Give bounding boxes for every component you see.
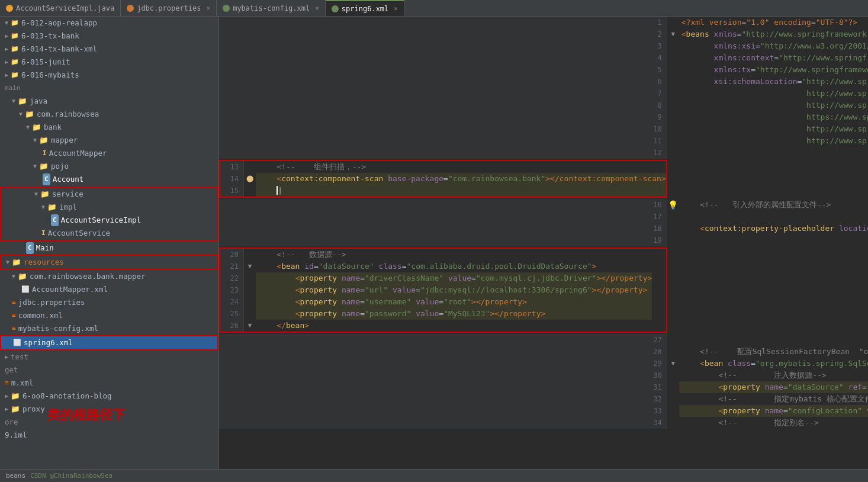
line-num-23: 23 xyxy=(220,284,244,296)
line-content-25: <property name="password" value="MySQL12… xyxy=(256,308,652,320)
sidebar-label: get xyxy=(5,364,18,376)
line-content-28: <!-- 配置SqlSessionFactoryBean "org.mybati… xyxy=(679,346,868,358)
line-num-12: 12 xyxy=(219,147,667,159)
tab-close-2[interactable]: ✕ xyxy=(315,4,319,12)
sidebar-item-account-class[interactable]: C Account xyxy=(0,173,218,186)
line-11: 11 http://www.springframework.org/schema… xyxy=(219,135,868,147)
line-content-24: <property name="username" value="root"><… xyxy=(256,296,652,308)
line-12: 12 xyxy=(219,147,868,159)
annotation-text: 类的根路径下 xyxy=(47,406,126,424)
sidebar-label: jdbc.properties xyxy=(18,297,85,309)
line-content-32: <!-- 指定mybatis 核心配置文件--> xyxy=(679,393,868,405)
folder-icon: 📁 xyxy=(11,17,19,29)
sidebar-label: 9.iml xyxy=(5,429,27,441)
arrow-icon: ▼ xyxy=(12,271,15,282)
gutter-8 xyxy=(667,99,679,111)
sidebar-item-main-class[interactable]: C Main xyxy=(0,242,218,255)
editor[interactable]: 1 <?xml version="1.0" encoding="UTF-8"?>… xyxy=(219,17,868,431)
gutter-7 xyxy=(667,88,679,99)
sidebar-item-accountservice[interactable]: I AccountService xyxy=(1,227,217,240)
line-num-30: 30 xyxy=(219,369,667,381)
arrow-icon: ▶ xyxy=(5,43,8,55)
sidebar-item-java[interactable]: ▼ 📁 java xyxy=(0,95,218,108)
tab-jdbc-properties[interactable]: jdbc.properties ✕ xyxy=(121,0,217,16)
sidebar-item-service[interactable]: ▼ 📁 service xyxy=(1,188,217,201)
gutter-22 xyxy=(244,272,256,284)
sidebar-item-6012[interactable]: ▼ 📁 6-012-aop-realapp xyxy=(0,17,218,30)
line-content-4: xmlns:context="http://www.springframewor… xyxy=(679,52,868,64)
line-content-10: http://www.springframework.org/schema/tx xyxy=(679,123,868,135)
sidebar-item-bank[interactable]: ▼ 📁 bank xyxy=(0,121,218,134)
line-num-24: 24 xyxy=(220,296,244,308)
main-layout: ▼ 📁 6-012-aop-realapp ▶ 📁 6-013-tx-bank … xyxy=(0,17,868,469)
sidebar-item-test[interactable]: ▶ test xyxy=(0,351,218,364)
tab-spring6[interactable]: spring6.xml ✕ xyxy=(326,0,404,16)
sidebar-item-spring6[interactable]: ⬜ spring6.xml xyxy=(0,335,218,351)
sidebar-section-main: main xyxy=(0,82,218,95)
line-num-16: 16 xyxy=(219,199,667,211)
sidebar-item-6016[interactable]: ▶ 📁 6-016-mybaits xyxy=(0,69,218,82)
xml-icon: ≡ xyxy=(5,377,9,389)
tab-close-3[interactable]: ✕ xyxy=(394,5,398,12)
sidebar-item-mxml[interactable]: ≡ m.xml xyxy=(0,377,218,390)
tab-mybatis-config[interactable]: mybatis-config.xml ✕ xyxy=(217,0,326,16)
line-num-26: 26 xyxy=(220,320,244,332)
sidebar-resources-wrapper: ▼ 📁 resources xyxy=(0,255,218,270)
sidebar-item-com-rainbowsea[interactable]: ▼ 📁 com.rainbowsea xyxy=(0,108,218,121)
sidebar-label: mapper xyxy=(51,134,78,146)
sidebar-item-common-xml[interactable]: ≡ common.xml xyxy=(0,309,218,322)
line-content-20: <!-- 数据源--> xyxy=(256,249,652,261)
line-content-31: <property name="dataSource" ref="dataSou… xyxy=(679,381,868,393)
gutter-11 xyxy=(667,135,679,147)
sidebar-item-mapper-folder[interactable]: ▼ 📁 mapper xyxy=(0,134,218,147)
sidebar-item-mybatis-config[interactable]: ≡ mybatis-config.xml xyxy=(0,322,218,335)
line-6: 6 xsi:schemaLocation="http://www.springf… xyxy=(219,76,868,88)
arrow-icon: ▶ xyxy=(5,390,8,402)
gutter-25 xyxy=(244,308,256,320)
arrow-icon: ▼ xyxy=(33,134,37,146)
sidebar-item-accountmapper-interface[interactable]: I AccountMapper xyxy=(0,147,218,160)
editor-wrapper[interactable]: 1 <?xml version="1.0" encoding="UTF-8"?>… xyxy=(219,17,868,469)
tab-icon-xml-1 xyxy=(223,5,230,12)
line-26: 26 ▼ </bean> xyxy=(220,320,652,332)
line-num-28: 28 xyxy=(219,346,667,358)
sidebar-label: com.rainbowsea.bank.mapper xyxy=(30,271,146,282)
sidebar-item-6013[interactable]: ▶ 📁 6-013-tx-bank xyxy=(0,30,218,43)
arrow-icon: ▶ xyxy=(5,351,8,363)
gutter-27 xyxy=(667,334,679,346)
class-icon: C xyxy=(51,214,59,226)
line-num-9: 9 xyxy=(219,111,667,123)
sidebar-item-jdbc-props[interactable]: ≡ jdbc.properties xyxy=(0,296,218,309)
annotation-label: 类的根路径下 xyxy=(47,407,126,422)
sidebar-item-6oo8[interactable]: ▶ 📁 6-oo8-anotation-blog xyxy=(0,390,218,403)
folder-icon: 📁 xyxy=(39,134,49,146)
arrow-icon: ▼ xyxy=(26,121,30,133)
line-15: 15 | xyxy=(220,185,666,197)
csdn-watermark: CSDN @ChinaRainbowSea xyxy=(30,472,112,480)
line-3: 3 xmlns:xsi="http://www.w3.org/2001/XMLS… xyxy=(219,40,868,52)
tab-close-1[interactable]: ✕ xyxy=(207,4,211,12)
sidebar-item-impl[interactable]: ▼ 📁 impl xyxy=(1,201,217,214)
sidebar-item-accountserviceimpl[interactable]: C AccountServiceImpl xyxy=(1,214,217,227)
sidebar-item-com-mapper[interactable]: ▼ 📁 com.rainbowsea.bank.mapper xyxy=(0,270,218,283)
gutter-10 xyxy=(667,123,679,135)
gutter-32 xyxy=(667,393,679,405)
sidebar-label: ore xyxy=(5,416,18,428)
line-8: 8 http://www.springframework.org/schema/… xyxy=(219,99,868,111)
sidebar-item-6015[interactable]: ▶ 📁 6-015-junit xyxy=(0,56,218,69)
line-22: 22 <property name="driverClassName" valu… xyxy=(220,272,652,284)
sidebar-label: 6-015-junit xyxy=(21,56,70,68)
sidebar-item-resources[interactable]: ▼ 📁 resources xyxy=(0,255,218,270)
sidebar-item-pojo[interactable]: ▼ 📁 pojo xyxy=(0,160,218,173)
sidebar-item-accountmapper-xml[interactable]: ⬜ AccountMapper.xml xyxy=(0,283,218,296)
line-num-15: 15 xyxy=(220,185,244,197)
sidebar-item-9iml[interactable]: 9.iml xyxy=(0,429,218,442)
folder-icon: 📁 xyxy=(40,188,50,200)
line-content-33: <property name="configLocation" value="m… xyxy=(679,405,868,417)
line-34: 34 <!-- 指定别名--> xyxy=(219,417,868,429)
tab-accountserviceimpl[interactable]: AccountServiceImpl.java xyxy=(0,0,121,16)
sidebar-spring6-wrapper: ⬜ spring6.xml xyxy=(0,335,218,351)
main-label: main xyxy=(5,82,21,94)
sidebar-item-6014[interactable]: ▶ 📁 6-014-tx-bank-xml xyxy=(0,43,218,56)
arrow-icon: ▼ xyxy=(19,108,22,120)
